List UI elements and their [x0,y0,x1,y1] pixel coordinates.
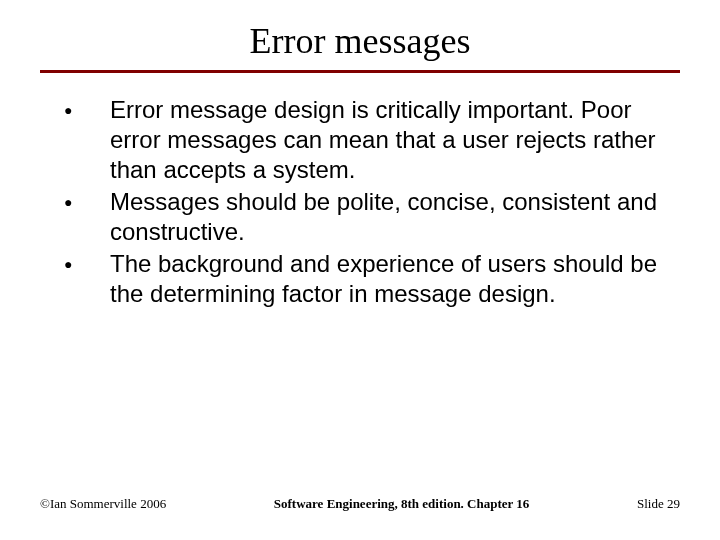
slide-footer: ©Ian Sommerville 2006 Software Engineeri… [0,496,720,512]
bullet-icon: ● [60,95,110,125]
bullet-icon: ● [60,249,110,279]
footer-center: Software Engineering, 8th edition. Chapt… [274,496,530,512]
bullet-list: ● Error message design is critically imp… [60,95,670,309]
list-item: ● Error message design is critically imp… [60,95,670,185]
bullet-text: Error message design is critically impor… [110,95,670,185]
list-item: ● The background and experience of users… [60,249,670,309]
slide: Error messages ● Error message design is… [0,0,720,540]
footer-right: Slide 29 [637,496,680,512]
bullet-text: Messages should be polite, concise, cons… [110,187,670,247]
list-item: ● Messages should be polite, concise, co… [60,187,670,247]
bullet-icon: ● [60,187,110,217]
footer-left: ©Ian Sommerville 2006 [40,496,166,512]
bullet-text: The background and experience of users s… [110,249,670,309]
slide-body: ● Error message design is critically imp… [40,91,680,309]
slide-title: Error messages [40,20,680,62]
title-rule [40,70,680,73]
